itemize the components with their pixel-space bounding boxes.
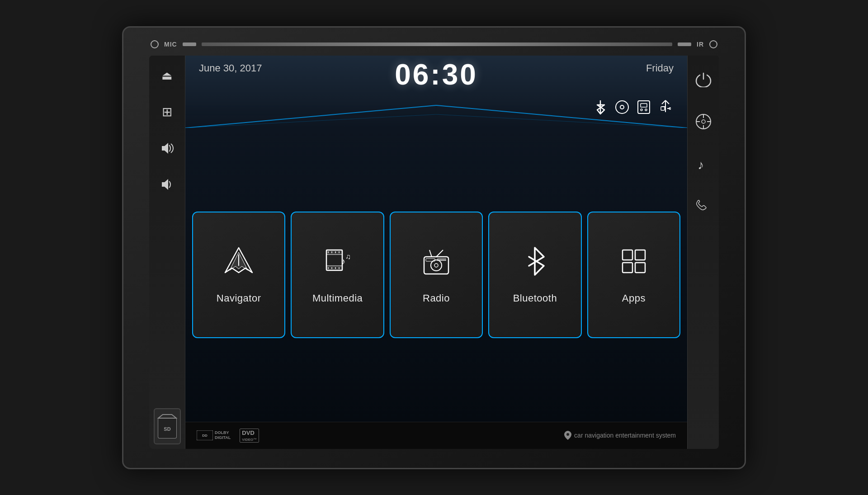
- vol-down-icon: [160, 177, 175, 192]
- dvd-logo: DVD VIDEO™: [240, 429, 259, 443]
- footer-tagline: car navigation entertainment system: [564, 431, 676, 440]
- dolby-logo: DD DOLBYDIGITAL: [197, 430, 231, 440]
- top-bar-left: [183, 42, 196, 46]
- screen-footer: DD DOLBYDIGITAL DVD VIDEO™ car navigatio…: [185, 422, 687, 449]
- bluetooth-icon: [519, 245, 551, 283]
- apps-button[interactable]: Apps: [587, 212, 680, 338]
- top-bar-center: [202, 42, 672, 46]
- top-strip: MIC IR: [151, 40, 717, 48]
- svg-rect-26: [326, 266, 342, 270]
- phone-button[interactable]: [693, 197, 713, 217]
- header-decoration: [185, 101, 687, 128]
- time-display: 06:30: [395, 58, 478, 91]
- svg-text:SD: SD: [164, 426, 170, 432]
- svg-rect-46: [635, 250, 645, 260]
- apps-icon: [618, 245, 650, 283]
- radio-button[interactable]: Radio: [390, 212, 483, 338]
- grid-button[interactable]: ⊞: [156, 101, 179, 123]
- svg-text:♪: ♪: [341, 256, 345, 266]
- svg-text:♪: ♪: [698, 158, 704, 172]
- car-unit: MIC IR ⏏ ⊞: [122, 26, 746, 469]
- day-display: Friday: [646, 62, 674, 74]
- eject-button[interactable]: ⏏: [156, 65, 179, 87]
- sd-slot-icon: SD: [157, 414, 177, 439]
- ir-circle: [709, 40, 717, 48]
- main-area: ⏏ ⊞: [149, 56, 719, 449]
- screen: June 30, 2017 06:30 Friday: [185, 56, 687, 449]
- multimedia-button[interactable]: ♪ ♫ Multimedia: [291, 212, 384, 338]
- menu-grid: Navigator: [185, 128, 687, 422]
- ir-label: IR: [697, 41, 704, 48]
- right-sidebar: ♪: [687, 56, 719, 449]
- radio-label: Radio: [423, 292, 450, 304]
- svg-point-39: [434, 264, 438, 267]
- date-display: June 30, 2017: [199, 62, 262, 74]
- svg-line-40: [429, 250, 432, 257]
- vol-up-icon: [160, 141, 175, 156]
- svg-text:DD: DD: [202, 434, 208, 438]
- svg-line-41: [436, 250, 443, 257]
- svg-point-51: [566, 433, 569, 436]
- mic-label: MIC: [164, 41, 177, 48]
- compass-button[interactable]: [693, 112, 713, 132]
- sd-card-slot[interactable]: SD: [154, 408, 181, 444]
- svg-rect-47: [623, 263, 632, 273]
- apps-label: Apps: [622, 292, 646, 304]
- footer-logos: DD DOLBYDIGITAL DVD VIDEO™: [197, 429, 259, 443]
- navigator-icon: [223, 245, 255, 283]
- volume-up-button[interactable]: [156, 137, 179, 160]
- mic-circle: [151, 40, 159, 48]
- svg-marker-2: [158, 415, 176, 418]
- svg-point-38: [431, 260, 442, 271]
- svg-rect-48: [635, 263, 645, 273]
- bluetooth-button[interactable]: Bluetooth: [488, 212, 581, 338]
- svg-rect-25: [326, 250, 342, 255]
- bluetooth-label: Bluetooth: [513, 292, 557, 304]
- svg-rect-45: [623, 250, 632, 260]
- svg-point-57: [702, 120, 705, 123]
- screen-header: June 30, 2017 06:30 Friday: [185, 56, 687, 128]
- navigator-label: Navigator: [217, 292, 261, 304]
- navigator-button[interactable]: Navigator: [192, 212, 285, 338]
- power-button[interactable]: [693, 69, 713, 89]
- multimedia-label: Multimedia: [312, 292, 363, 304]
- svg-text:♫: ♫: [345, 253, 351, 260]
- left-sidebar: ⏏ ⊞: [149, 56, 185, 449]
- header-top-row: June 30, 2017 06:30 Friday: [199, 62, 674, 74]
- top-bar-right: [678, 42, 691, 46]
- volume-down-button[interactable]: [156, 173, 179, 196]
- music-button[interactable]: ♪: [693, 154, 713, 174]
- radio-icon: [420, 245, 452, 283]
- location-pin-icon: [564, 431, 571, 440]
- multimedia-icon: ♪ ♫: [322, 245, 354, 283]
